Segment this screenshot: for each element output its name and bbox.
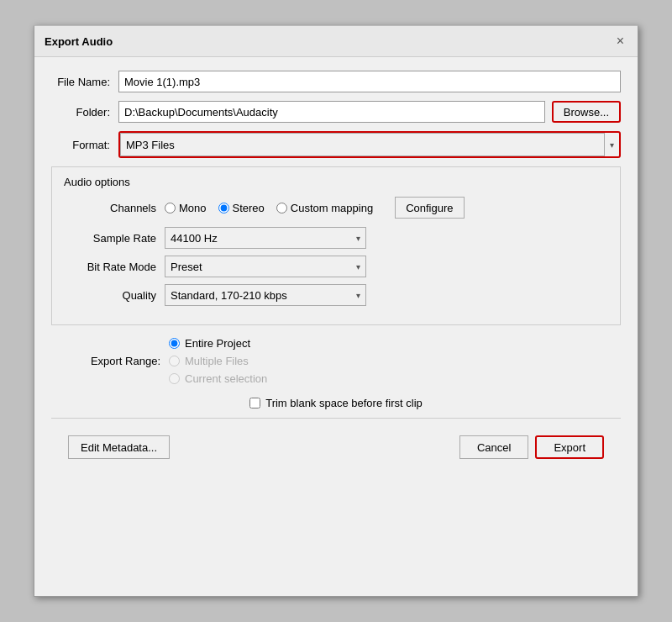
quality-row: Quality Standard, 170-210 kbps Medium, 1… (64, 284, 608, 306)
export-range-row: Export Range: Entire Project Multiple Fi… (68, 337, 604, 385)
stereo-label: Stereo (233, 202, 265, 214)
mono-radio-item[interactable]: Mono (165, 202, 207, 214)
entire-project-radio[interactable] (169, 338, 180, 349)
trim-checkbox[interactable] (249, 398, 260, 409)
configure-button[interactable]: Configure (395, 197, 464, 219)
custom-mapping-label: Custom mapping (291, 202, 373, 214)
export-range-section: Export Range: Entire Project Multiple Fi… (51, 337, 621, 385)
current-selection-radio[interactable] (169, 373, 180, 384)
format-select-arrow-icon: ▾ (605, 140, 619, 150)
bit-rate-mode-select-arrow-icon: ▾ (351, 262, 365, 271)
format-select-wrapper: MP3 Files WAV Files OGG Vorbis Files FLA… (118, 131, 621, 158)
current-selection-radio-item[interactable]: Current selection (169, 372, 267, 385)
file-name-label: File Name: (51, 76, 118, 88)
export-range-label: Export Range: (68, 355, 169, 367)
dialog-footer: Edit Metadata... Cancel Export (51, 427, 621, 471)
mono-label: Mono (179, 202, 207, 214)
dialog-body: File Name: Folder: Browse... Format: MP3… (34, 57, 638, 484)
stereo-radio-item[interactable]: Stereo (218, 202, 265, 214)
bit-rate-mode-select-wrapper: Preset Variable Average Constant ▾ (165, 256, 366, 277)
entire-project-label: Entire Project (185, 337, 250, 350)
export-button[interactable]: Export (535, 435, 604, 459)
channels-label: Channels (81, 202, 165, 214)
browse-button[interactable]: Browse... (552, 101, 621, 123)
close-button[interactable]: × (613, 33, 627, 50)
footer-divider (51, 418, 621, 419)
format-select[interactable]: MP3 Files WAV Files OGG Vorbis Files FLA… (120, 133, 605, 156)
folder-label: Folder: (51, 106, 118, 119)
title-bar: Export Audio × (34, 26, 638, 57)
quality-select-arrow-icon: ▾ (351, 291, 365, 300)
sample-rate-select-arrow-icon: ▾ (351, 234, 365, 243)
quality-label: Quality (81, 289, 165, 302)
cancel-button[interactable]: Cancel (459, 435, 528, 459)
custom-mapping-radio[interactable] (276, 203, 287, 213)
trim-label: Trim blank space before first clip (265, 397, 423, 409)
multiple-files-label: Multiple Files (185, 355, 249, 367)
mono-radio[interactable] (165, 203, 176, 213)
sample-rate-row: Sample Rate 44100 Hz 8000 Hz 11025 Hz 16… (64, 227, 608, 249)
quality-select[interactable]: Standard, 170-210 kbps Medium, 145-185 k… (165, 285, 351, 305)
export-audio-dialog: Export Audio × File Name: Folder: Browse… (34, 25, 638, 597)
sample-rate-select[interactable]: 44100 Hz 8000 Hz 11025 Hz 16000 Hz 22050… (165, 228, 351, 248)
export-range-options: Entire Project Multiple Files Current se… (169, 337, 267, 385)
channels-radio-group: Mono Stereo Custom mapping Configure (165, 197, 465, 219)
format-row: Format: MP3 Files WAV Files OGG Vorbis F… (51, 131, 621, 158)
bit-rate-mode-select[interactable]: Preset Variable Average Constant (165, 256, 351, 277)
current-selection-label: Current selection (185, 372, 267, 385)
channels-row: Channels Mono Stereo Custom mapping Conf (64, 197, 608, 219)
quality-select-wrapper: Standard, 170-210 kbps Medium, 145-185 k… (165, 284, 366, 306)
entire-project-radio-item[interactable]: Entire Project (169, 337, 267, 350)
dialog-title: Export Audio (45, 35, 113, 48)
sample-rate-select-wrapper: 44100 Hz 8000 Hz 11025 Hz 16000 Hz 22050… (165, 227, 366, 249)
file-name-row: File Name: (51, 71, 621, 92)
footer-right: Cancel Export (459, 435, 604, 459)
file-name-input[interactable] (118, 71, 621, 92)
stereo-radio[interactable] (218, 203, 229, 213)
format-label: Format: (51, 139, 118, 151)
bit-rate-mode-row: Bit Rate Mode Preset Variable Average Co… (64, 256, 608, 277)
trim-row: Trim blank space before first clip (51, 397, 621, 409)
multiple-files-radio[interactable] (169, 356, 180, 366)
folder-input[interactable] (118, 101, 545, 123)
bit-rate-mode-label: Bit Rate Mode (81, 261, 165, 273)
multiple-files-radio-item[interactable]: Multiple Files (169, 355, 267, 367)
edit-metadata-button[interactable]: Edit Metadata... (68, 435, 170, 459)
audio-options-title: Audio options (64, 176, 608, 188)
footer-left: Edit Metadata... (68, 435, 170, 459)
folder-row: Folder: Browse... (51, 101, 621, 123)
sample-rate-label: Sample Rate (81, 232, 165, 245)
custom-mapping-radio-item[interactable]: Custom mapping (276, 202, 373, 214)
audio-options-box: Audio options Channels Mono Stereo Cus (51, 166, 621, 325)
